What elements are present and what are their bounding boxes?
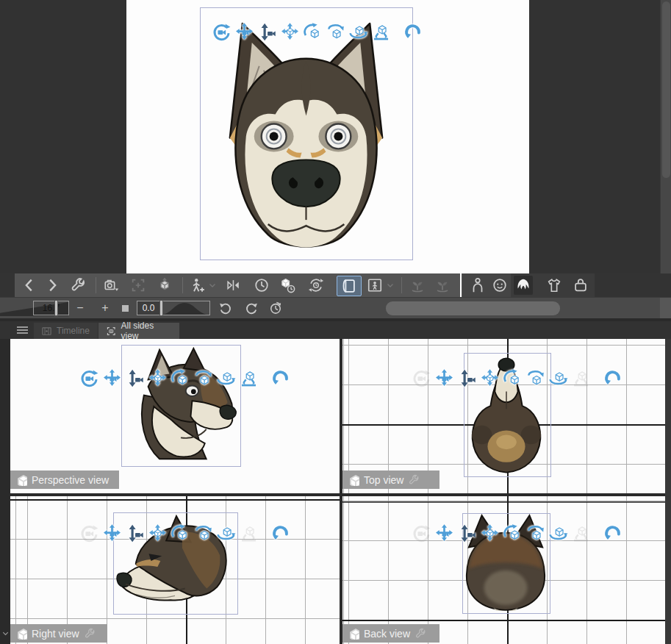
object-rotate-free-icon[interactable] (503, 523, 523, 543)
page-flag-icon[interactable] (337, 276, 362, 296)
pose-hand-a-icon[interactable] (408, 276, 427, 295)
object-rotate-free-icon[interactable] (303, 22, 323, 42)
edit-accessories-icon[interactable] (571, 276, 590, 295)
camera-pan-icon[interactable] (434, 523, 454, 543)
object-move-icon[interactable] (148, 523, 168, 543)
camera-pan-icon[interactable] (434, 368, 454, 388)
object-history-icon[interactable] (278, 276, 297, 295)
object-move-planar-icon[interactable] (548, 523, 568, 543)
figure-box-icon[interactable] (365, 276, 384, 295)
object-move-planar-icon[interactable] (216, 368, 236, 388)
camera-pan-icon[interactable] (102, 368, 122, 388)
frame-slider[interactable] (160, 301, 210, 315)
object-move-planar-icon[interactable] (348, 22, 368, 42)
main-3d-viewport[interactable] (0, 0, 671, 273)
panel-menu-icon[interactable] (17, 326, 28, 334)
view-label-right[interactable]: Right view (10, 624, 107, 643)
back-button[interactable] (20, 276, 39, 295)
add-figure-icon[interactable] (189, 276, 208, 295)
camera-zoom-icon[interactable] (257, 22, 277, 42)
view-label-top[interactable]: Top view (342, 471, 439, 489)
object-move-icon[interactable] (480, 523, 500, 543)
object-rotate-y-icon[interactable] (193, 523, 213, 543)
object-rotate-free-icon[interactable] (171, 368, 190, 388)
view-label-back[interactable]: Back view (342, 624, 439, 643)
collapse-chevron-icon[interactable] (1, 629, 10, 638)
object-rotate-y-icon[interactable] (326, 22, 345, 42)
undo-icon[interactable] (218, 300, 234, 316)
right-viewport[interactable]: Right view (10, 496, 340, 644)
reset-initial-icon[interactable] (270, 368, 290, 388)
camera-rotate-icon[interactable] (412, 368, 431, 388)
camera-rotate-icon[interactable] (79, 523, 99, 543)
pose-hand-b-icon[interactable] (433, 276, 452, 295)
object-move-icon[interactable] (148, 368, 168, 388)
camera-pan-icon[interactable] (102, 523, 122, 543)
camera-zoom-icon[interactable] (457, 523, 477, 543)
camera-pan-icon[interactable] (234, 22, 254, 42)
stop-button[interactable] (122, 305, 129, 312)
redo-icon[interactable] (243, 300, 259, 316)
object-rotate-free-icon[interactable] (503, 368, 523, 388)
reset-initial-icon[interactable] (603, 523, 622, 543)
perspective-viewport[interactable]: Perspective view (10, 339, 340, 493)
object-snap-ground-icon[interactable] (239, 523, 259, 543)
forward-button[interactable] (43, 276, 62, 295)
object-snap-ground-icon[interactable] (571, 523, 591, 543)
camera-rotate-icon[interactable] (79, 368, 99, 388)
edit-face-icon[interactable] (490, 276, 509, 295)
reset-initial-icon[interactable] (603, 368, 622, 388)
frame-slider-handle[interactable] (159, 300, 163, 316)
camera-menu-icon[interactable] (102, 276, 121, 295)
camera-zoom-icon[interactable] (125, 523, 145, 543)
wrench-icon[interactable] (84, 628, 96, 640)
tab-all-sides-view[interactable]: All sides view (98, 323, 179, 339)
object-move-planar-icon[interactable] (548, 368, 568, 388)
husky-head-front-view[interactable] (201, 7, 412, 258)
vertical-scrollbar-thumb[interactable] (662, 1, 670, 178)
rotation-history-icon[interactable] (306, 276, 326, 295)
increase-button[interactable]: + (97, 300, 113, 316)
camera-zoom-icon[interactable] (457, 368, 477, 388)
camera-zoom-icon[interactable] (125, 368, 145, 388)
horizontal-scrollbar-thumb[interactable] (386, 301, 560, 315)
pose-history-icon[interactable] (252, 276, 271, 295)
reset-initial-icon[interactable] (270, 523, 290, 543)
top-viewport[interactable]: Top view (342, 339, 665, 493)
document-canvas[interactable] (126, 0, 529, 273)
object-rotate-y-icon[interactable] (525, 368, 545, 388)
edit-body-icon[interactable] (468, 276, 487, 295)
object-rotate-y-icon[interactable] (193, 368, 213, 388)
flip-horizontal-icon[interactable] (223, 276, 243, 295)
object-rotate-y-icon[interactable] (525, 523, 545, 543)
frame-value[interactable]: 0.0 (137, 301, 160, 315)
wrench-icon[interactable] (415, 628, 426, 640)
husky-head-perspective[interactable] (122, 346, 239, 465)
timelapse-icon[interactable] (268, 300, 284, 316)
object-snap-ground-icon[interactable] (239, 368, 259, 388)
object-rotate-free-icon[interactable] (171, 523, 190, 543)
tool-settings-wrench-icon[interactable] (68, 276, 87, 295)
figure-box-dropdown-icon[interactable] (384, 276, 396, 295)
object-snap-ground-icon[interactable] (371, 22, 391, 42)
perspective-slider-handle[interactable] (54, 300, 58, 316)
camera-rotate-icon[interactable] (212, 22, 232, 42)
back-viewport[interactable]: Back view (342, 496, 665, 644)
object-move-icon[interactable] (280, 22, 300, 42)
camera-rotate-icon[interactable] (412, 523, 431, 543)
perspective-value[interactable]: 16.7 (33, 301, 69, 315)
wrench-icon[interactable] (408, 474, 420, 486)
view-label-perspective[interactable]: Perspective view (10, 471, 119, 489)
import-3d-icon[interactable] (155, 276, 174, 295)
vertical-scrollbar[interactable] (660, 0, 671, 273)
edit-clothes-icon[interactable] (545, 276, 564, 295)
tab-timeline[interactable]: Timeline (34, 323, 98, 339)
decrease-button[interactable]: − (72, 300, 88, 316)
add-figure-dropdown-icon[interactable] (207, 276, 218, 295)
object-move-planar-icon[interactable] (216, 523, 236, 543)
object-move-icon[interactable] (480, 368, 500, 388)
focus-target-icon[interactable] (129, 276, 148, 295)
object-snap-ground-icon[interactable] (571, 368, 591, 388)
edit-hair-icon[interactable] (514, 276, 533, 295)
reset-initial-icon[interactable] (403, 22, 423, 42)
